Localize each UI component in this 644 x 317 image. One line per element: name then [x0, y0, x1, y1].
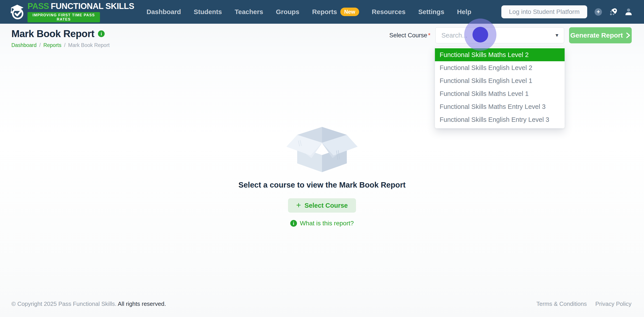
privacy-policy-link[interactable]: Privacy Policy [595, 300, 632, 308]
generate-report-button[interactable]: Generate Report [569, 27, 632, 43]
brand-logo[interactable]: PASSFUNCTIONAL SKILLS IMPROVING FIRST TI… [10, 2, 134, 22]
brand-name: PASSFUNCTIONAL SKILLS [28, 2, 134, 11]
login-student-platform-button[interactable]: Log into Student Platform [501, 5, 587, 18]
course-dropdown-menu: Functional Skills Maths Level 2 Function… [435, 48, 564, 128]
page-title: Mark Book Report [12, 28, 94, 39]
empty-box-illustration [284, 125, 360, 173]
footer: © Copyright 2025 Pass Functional Skills.… [12, 300, 632, 308]
breadcrumb: Dashboard / Reports / Mark Book Report [12, 42, 110, 48]
main-nav: Dashboard Students Teachers Groups Repor… [146, 8, 471, 16]
course-option[interactable]: Functional Skills English Level 2 [435, 61, 564, 74]
nav-item-dashboard[interactable]: Dashboard [146, 8, 181, 16]
title-info-icon[interactable]: i [98, 30, 105, 37]
top-navbar: PASSFUNCTIONAL SKILLS IMPROVING FIRST TI… [0, 0, 644, 24]
info-icon: i [290, 220, 297, 227]
breadcrumb-separator: / [64, 42, 65, 48]
breadcrumb-reports[interactable]: Reports [44, 42, 62, 48]
select-course-label: Select Course* [389, 32, 430, 39]
nav-item-settings[interactable]: Settings [418, 8, 444, 16]
course-option[interactable]: Functional Skills English Level 1 [435, 74, 564, 87]
chevron-right-icon [626, 32, 630, 39]
nav-item-groups[interactable]: Groups [276, 8, 300, 16]
rocket-icon[interactable] [609, 8, 618, 16]
copyright-text: © Copyright 2025 Pass Functional Skills.… [12, 300, 166, 308]
course-select-controls: Select Course* ▼ Functional Skills Maths… [389, 27, 632, 43]
course-option[interactable]: Functional Skills Maths Level 2 [435, 48, 564, 61]
course-search-input[interactable] [435, 27, 564, 43]
empty-state: Select a course to view the Mark Book Re… [0, 125, 644, 227]
required-asterisk: * [428, 32, 430, 39]
brand-tagline: IMPROVING FIRST TIME PASS RATES [28, 12, 100, 22]
breadcrumb-dashboard[interactable]: Dashboard [12, 42, 37, 48]
plus-icon: + [296, 201, 301, 209]
breadcrumb-current: Mark Book Report [68, 42, 110, 48]
plus-icon[interactable]: + [594, 8, 602, 16]
new-badge: New [340, 8, 359, 16]
course-option[interactable]: Functional Skills English Entry Level 3 [435, 113, 564, 126]
user-icon[interactable] [625, 8, 632, 16]
course-option[interactable]: Functional Skills Maths Entry Level 3 [435, 100, 564, 113]
nav-item-reports[interactable]: Reports New [312, 8, 359, 16]
course-option[interactable]: Functional Skills Maths Level 1 [435, 87, 564, 100]
what-is-this-report-link[interactable]: i What is this report? [290, 220, 354, 227]
graduation-cap-check-icon [10, 3, 24, 20]
terms-conditions-link[interactable]: Terms & Conditions [536, 300, 587, 308]
nav-item-help[interactable]: Help [457, 8, 471, 16]
course-select: ▼ Functional Skills Maths Level 2 Functi… [435, 27, 564, 43]
nav-item-resources[interactable]: Resources [372, 8, 406, 16]
breadcrumb-separator: / [39, 42, 41, 48]
nav-item-teachers[interactable]: Teachers [234, 8, 263, 16]
empty-state-heading: Select a course to view the Mark Book Re… [238, 181, 406, 189]
nav-item-students[interactable]: Students [194, 8, 222, 16]
select-course-button[interactable]: + Select Course [288, 198, 356, 212]
mark-book-report-page: PASSFUNCTIONAL SKILLS IMPROVING FIRST TI… [0, 0, 644, 317]
